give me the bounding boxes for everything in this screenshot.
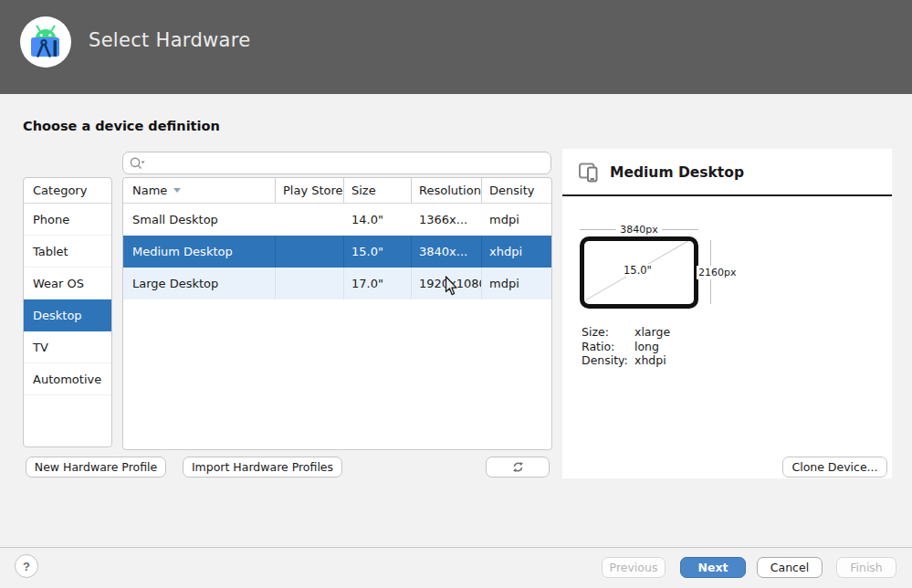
cancel-button[interactable]: Cancel [757, 557, 823, 578]
refresh-button[interactable] [486, 457, 550, 478]
table-header-row: Name Play Store Size Resolution Density [123, 178, 551, 204]
category-item-tv[interactable]: TV [24, 331, 111, 363]
footer-separator [0, 547, 912, 548]
column-header-resolution[interactable]: Resolution [412, 178, 482, 203]
column-header-name[interactable]: Name [123, 178, 276, 203]
detail-title: Medium Desktop [610, 164, 744, 181]
search-icon [129, 156, 147, 170]
diagram-width-dimension: 3840px [580, 224, 698, 236]
page-heading: Choose a device definition [23, 119, 220, 133]
import-hardware-profiles-button[interactable]: Import Hardware Profiles [183, 457, 342, 478]
finish-button[interactable]: Finish [836, 557, 896, 578]
sort-desc-icon [173, 188, 181, 193]
device-detail-panel: Medium Desktop 3840px 15.0" 2160px Size:… [562, 149, 892, 478]
diagram-diagonal-label: 15.0" [621, 264, 655, 277]
device-specs: Size:xlarge Ratio:long Density:xhdpi [582, 325, 670, 368]
diagram-height-label: 2160px [697, 266, 739, 279]
previous-button[interactable]: Previous [602, 557, 666, 578]
refresh-icon [511, 460, 525, 474]
table-row-small-desktop[interactable]: Small Desktop 14.0" 1366x... mdpi [123, 204, 551, 236]
spec-ratio: Ratio:long [582, 340, 670, 354]
android-studio-logo-icon [20, 16, 71, 68]
devices-icon [578, 161, 602, 184]
column-header-play-store[interactable]: Play Store [276, 178, 344, 203]
search-input[interactable] [147, 154, 545, 173]
detail-separator [562, 194, 892, 196]
table-row-large-desktop[interactable]: Large Desktop 17.0" 1920x1080 mdpi [123, 268, 551, 299]
category-item-tablet[interactable]: Tablet [24, 236, 111, 268]
column-header-density[interactable]: Density [482, 178, 551, 203]
category-header: Category [24, 178, 111, 204]
spec-size: Size:xlarge [582, 325, 670, 340]
device-screen-diagram: 15.0" [580, 236, 698, 309]
dialog-banner: Select Hardware [0, 0, 912, 94]
new-hardware-profile-button[interactable]: New Hardware Profile [26, 457, 166, 478]
category-item-automotive[interactable]: Automotive [24, 363, 111, 395]
help-button[interactable]: ? [15, 554, 38, 578]
dialog-title: Select Hardware [89, 29, 250, 51]
category-panel: Category Phone Tablet Wear OS Desktop TV… [23, 177, 112, 447]
next-button[interactable]: Next [680, 557, 746, 578]
spec-density: Density:xhdpi [582, 353, 670, 368]
category-item-desktop[interactable]: Desktop [24, 299, 111, 331]
search-box[interactable] [122, 152, 551, 174]
category-item-wear-os[interactable]: Wear OS [24, 268, 111, 299]
clone-device-button[interactable]: Clone Device... [782, 457, 887, 478]
diagram-width-label: 3840px [616, 224, 662, 236]
category-item-phone[interactable]: Phone [24, 204, 111, 236]
column-header-size[interactable]: Size [344, 178, 412, 203]
device-table: Name Play Store Size Resolution Density … [122, 177, 552, 450]
table-row-medium-desktop[interactable]: Medium Desktop 15.0" 3840x... xhdpi [123, 236, 551, 268]
